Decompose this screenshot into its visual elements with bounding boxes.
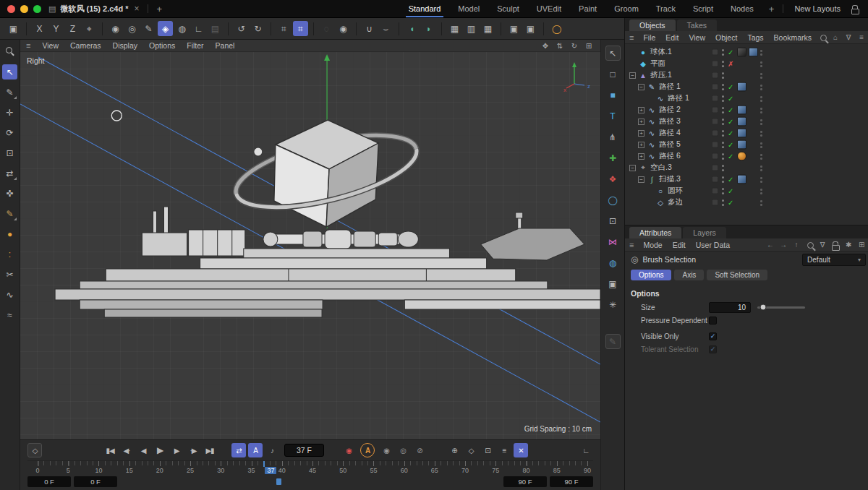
swap-tool-button[interactable]: ⇄ [2,166,17,181]
pointer-mode-button[interactable]: ↖ [605,46,621,61]
object-row-path-5[interactable]: +∿路径 5✓ [625,139,868,150]
grid-snap-icon[interactable]: ⌗ [276,21,292,36]
save-project-icon[interactable]: ▣ [506,21,522,36]
attributes-menu-user-data[interactable]: User Data [691,241,735,249]
view-undo-icon[interactable]: ↺ [234,21,249,36]
render-film-icon[interactable]: ▦ [447,21,462,36]
curve-pen-tool-button[interactable]: ∿ [2,287,17,302]
previous-frame-button[interactable]: ◀ [136,443,150,457]
size-slider[interactable] [757,306,805,309]
layer-chip[interactable] [712,165,718,171]
layer-chip[interactable] [712,119,718,125]
preset-dropdown[interactable]: Default ▾ [802,254,866,266]
row-options-dots[interactable] [760,189,762,191]
tab-layers[interactable]: Layers [683,227,726,238]
texture-tag-thumbnail[interactable] [737,106,746,115]
layer-chip[interactable] [712,142,718,148]
range-start-field[interactable]: 0 F [27,476,71,487]
layer-chip[interactable] [712,49,718,56]
visibility-dots[interactable] [722,84,724,86]
objects-menu-file[interactable]: File [638,33,660,42]
up-icon[interactable]: ↑ [791,239,802,251]
layout-menu-sculpt[interactable]: Sculpt [488,0,528,17]
object-row-path-1-child[interactable]: ∿路径 1✓ [625,93,868,104]
expand-icon[interactable]: + [638,119,644,125]
enabled-check-icon[interactable]: ✓ [728,95,733,103]
visibility-dots[interactable] [722,130,724,132]
autokey-toggle-button[interactable]: A [360,443,375,457]
row-options-dots[interactable] [760,73,762,75]
enabled-check-icon[interactable]: ✓ [728,48,733,56]
record-keyframe-button[interactable]: ◉ [341,443,356,457]
row-options-dots[interactable] [760,166,762,168]
size-slider-handle[interactable] [760,304,766,311]
range-current-marker[interactable] [276,478,281,485]
expand-icon[interactable]: + [638,130,644,137]
row-options-dots[interactable] [760,142,762,145]
object-row-n-side[interactable]: ◇多边✓ [625,197,868,208]
layer-chip[interactable] [712,176,718,183]
objects-menu-object[interactable]: Object [710,33,742,42]
record-rotation-button[interactable]: ⊘ [412,443,427,457]
capsule-left-icon[interactable]: ◖ [404,21,420,36]
row-options-dots[interactable] [760,154,762,156]
workplane-mode-button[interactable]: ⊡ [605,213,621,228]
enabled-check-icon[interactable]: ✓ [728,106,733,114]
visibility-dots[interactable] [722,142,724,144]
visibility-dots[interactable] [722,49,724,51]
go-to-start-button[interactable]: ▮◀ [103,443,117,457]
object-row-path-6[interactable]: +∿路径 6✓ [625,150,868,162]
objects-menu-view[interactable]: View [684,33,710,42]
layer-chip[interactable] [712,61,718,67]
collapse-icon[interactable]: − [629,165,636,171]
row-options-dots[interactable] [760,50,762,52]
objects-menu-edit[interactable]: Edit [660,33,684,42]
select-tool-button[interactable]: ↖ [2,64,17,79]
render-queue-icon[interactable]: ▦ [480,21,495,36]
box-tool-icon[interactable]: ▤ [208,21,223,36]
list-icon[interactable]: ≡ [856,32,867,43]
record-position-button[interactable]: ◉ [379,443,393,457]
texture-tag-thumbnail[interactable] [737,175,746,184]
object-row-extrude-1[interactable]: −▲挤压.1 [625,69,868,81]
search-icon[interactable] [804,239,815,251]
playhead[interactable] [263,461,265,467]
sound-button[interactable]: ♪ [265,443,279,457]
move-tool-button[interactable]: ✛ [2,105,17,120]
play-button[interactable]: ▶ [153,443,167,457]
row-options-dots[interactable] [760,61,762,64]
record-scale-button[interactable]: ◎ [396,443,410,457]
visibility-dots[interactable] [722,188,724,190]
home-icon[interactable]: ⌂ [830,32,841,43]
view-redo-icon[interactable]: ↻ [250,21,265,36]
visibility-dots[interactable] [722,176,724,179]
paint-sphere-icon[interactable]: ◍ [174,21,190,36]
layer-chip[interactable] [712,107,718,113]
visibility-dots[interactable] [722,119,724,121]
paint-dots-tool-button[interactable]: : [2,246,17,262]
grid-quantize-button[interactable]: ⌗ [293,21,308,36]
autokey-range-button[interactable]: A [248,443,263,457]
polygon-mode-button[interactable]: ◈ [158,21,173,36]
visibility-dots[interactable] [722,199,724,202]
visibility-dots[interactable] [722,95,724,98]
viewport-menu-panel[interactable]: Panel [210,41,241,50]
search-icon[interactable] [817,32,828,43]
objects-menu-tags[interactable]: Tags [742,33,768,42]
enabled-check-icon[interactable]: ✓ [728,129,733,137]
row-options-dots[interactable] [760,108,762,110]
add-layout-button[interactable]: + [767,4,777,14]
visibility-dots[interactable] [722,165,724,167]
note-tool-button[interactable]: ✎ [605,334,621,349]
object-row-circle[interactable]: ○圆环✓ [625,185,868,197]
viewport-menu-view[interactable]: View [36,41,64,50]
visibility-dots[interactable] [722,72,724,74]
texture-tag-thumbnail[interactable] [737,140,746,150]
object-row-path-1[interactable]: −✎路径 1✓ [625,81,868,93]
expand-icon[interactable]: + [638,142,644,148]
viewport-frame-icon[interactable]: ▣ [6,21,21,36]
texture-tag-thumbnail[interactable] [737,117,746,126]
enabled-check-icon[interactable]: ✓ [728,141,733,149]
attributes-menu-mode[interactable]: Mode [638,241,667,249]
close-window-button[interactable] [7,5,15,13]
